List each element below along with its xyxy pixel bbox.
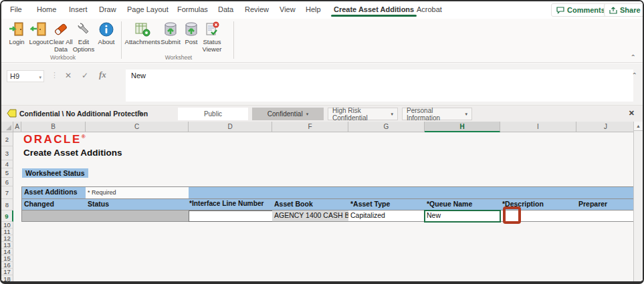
info-icon [98,21,115,38]
sensitivity-tag-icon [7,109,17,118]
tab-create-asset-additions[interactable]: Create Asset Additions [334,5,414,13]
cell-b7[interactable]: Asset Additions [21,186,86,199]
table-gear-icon [134,21,151,38]
row-header-17[interactable]: 17 [1,269,13,275]
cell-changed-b9[interactable] [21,210,86,222]
cell-f7[interactable] [272,186,349,199]
submit-button[interactable]: Submit [159,21,182,46]
sensitivity-option-public[interactable]: Public [178,108,248,120]
tab-draw[interactable]: Draw [99,5,116,13]
chevron-down-icon: ▾ [391,112,393,117]
row-header-8[interactable]: 8 [1,199,13,210]
confirm-entry-icon[interactable]: ✓ [82,71,88,80]
chevron-down-icon: ▾ [306,112,309,117]
comments-button[interactable]: Comments [551,3,611,17]
header-status[interactable]: Status [86,199,189,210]
sensitivity-option-confidential[interactable]: Confidential ▾ [252,108,324,120]
column-header-a[interactable]: A [13,122,21,132]
database-upload-icon [183,21,200,38]
name-box[interactable]: H9 ▾ [7,70,44,82]
cell-status-c9[interactable] [86,210,189,222]
cell-asset-type-g9[interactable]: Capitalized [348,210,425,222]
cell-c7[interactable]: * Required [86,186,189,199]
worksheet-status-label: Worksheet Status [22,168,88,178]
sensitivity-option-high-risk-confidential[interactable]: High Risk Confidential ▾ [328,108,398,120]
cell-interface-line-number-d9[interactable] [189,210,273,222]
share-icon [609,7,617,14]
sensitivity-label: Confidential \ No Additional Protection [19,110,148,118]
sheet-vertical-scrollbar[interactable]: ▲ [633,122,643,283]
login-button[interactable]: Login [5,21,28,46]
login-door-icon [8,21,25,38]
cell-queue-name-h9[interactable]: New [425,210,501,222]
share-button[interactable]: Share [604,3,644,17]
row-header-6[interactable]: 6 [1,178,13,186]
tab-acrobat[interactable]: Acrobat [417,5,442,13]
sensitivity-option-personal-information[interactable]: Personal Information ▾ [402,108,472,120]
attachments-button[interactable]: Attachments [124,21,161,46]
row-header-18[interactable]: 18 [1,275,13,283]
row-header-2[interactable]: 2 [1,132,13,146]
dropdown-button-highlight-box [503,206,521,224]
row-header-3[interactable]: 3 [1,146,13,160]
tab-data[interactable]: Data [218,5,233,13]
row-header-9[interactable]: 9 [1,210,13,222]
column-header-h[interactable]: H [425,122,500,132]
cell-j7[interactable] [576,186,635,199]
column-header-g[interactable]: G [348,122,425,132]
close-sensitivity-bar-icon[interactable]: ✕ [629,109,635,118]
header-preparer[interactable]: Preparer [576,199,635,210]
header-changed[interactable]: Changed [21,199,86,210]
name-box-dropdown-icon[interactable]: ▾ [39,75,41,80]
logout-door-icon [30,21,47,38]
ribbon-group-separator [121,21,122,59]
cell-preparer-j9[interactable] [576,210,635,222]
wrench-icon [75,21,92,38]
tab-help[interactable]: Help [306,5,321,13]
row-header-5[interactable]: 5 [1,168,13,178]
edit-sensitivity-icon[interactable]: ✎ [137,109,143,118]
header-queue-name[interactable]: *Queue Name [425,199,501,210]
row-header-7[interactable]: 7 [1,186,13,199]
ribbon-tab-strip: File Home Insert Draw Page Layout Formul… [1,1,643,19]
column-header-c[interactable]: C [86,122,189,132]
column-header-f[interactable]: F [272,122,348,132]
sensitivity-bar: Confidential \ No Additional Protection … [1,105,643,122]
row-header-4[interactable]: 4 [1,160,13,168]
tab-page-layout[interactable]: Page Layout [127,5,169,13]
tab-view[interactable]: View [280,5,296,13]
tab-home[interactable]: Home [37,5,56,13]
excel-window: File Home Insert Draw Page Layout Formul… [0,0,644,284]
scroll-up-icon[interactable]: ▲ [634,122,643,131]
cancel-entry-icon[interactable]: ✕ [65,71,72,80]
column-header-b[interactable]: B [21,122,86,132]
oracle-logo: ORACLE® [23,133,86,146]
tab-review[interactable]: Review [245,5,269,13]
formula-bar-divider: ⋮ [51,71,58,80]
cell-g7[interactable] [348,186,425,199]
sheet-title: Create Asset Additions [23,148,122,158]
cell-i7[interactable] [500,186,577,199]
select-all-corner[interactable] [1,122,13,132]
about-button[interactable]: About [95,21,118,46]
collapse-ribbon-icon[interactable]: ⌃ [631,53,636,61]
column-header-i[interactable]: I [500,122,576,132]
cell-d7[interactable] [189,186,273,199]
eraser-icon [52,21,70,38]
cell-h7[interactable] [425,186,501,199]
insert-function-icon[interactable]: fx [99,69,106,80]
formula-input[interactable]: New [126,69,633,102]
column-header-j[interactable]: J [576,122,635,132]
header-interface-line-number[interactable]: *Interface Line Number [189,199,273,210]
header-asset-type[interactable]: *Asset Type [348,199,425,210]
tab-formulas[interactable]: Formulas [177,5,208,13]
cell-asset-book-f9[interactable]: AGENCY 1400 CASH BOC [272,210,349,222]
column-header-d[interactable]: D [189,122,272,132]
tab-file[interactable]: File [10,5,22,13]
edit-options-button[interactable]: Edit Options [70,21,98,53]
header-asset-book[interactable]: Asset Book [272,199,349,210]
expand-formula-bar-icon[interactable]: ⌃ [632,72,637,79]
tab-insert[interactable]: Insert [69,5,88,13]
ribbon-group-label-worksheet: Worksheet [138,54,219,61]
status-viewer-button[interactable]: Status Viewer [199,21,225,53]
